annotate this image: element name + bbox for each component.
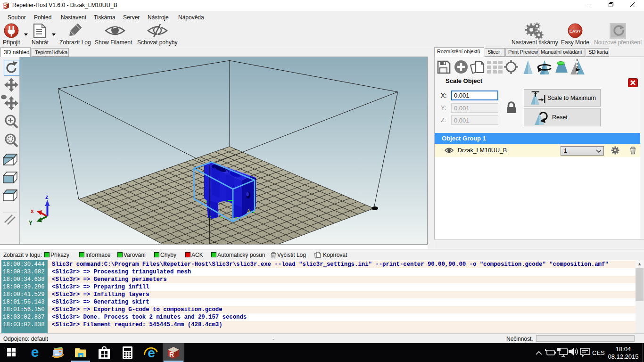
svg-text:08.12.2015: 08.12.2015 xyxy=(608,353,638,360)
svg-text:Y: Y xyxy=(29,220,33,226)
svg-text:R: R xyxy=(3,3,7,9)
svg-text:18:04: 18:04 xyxy=(616,346,631,353)
svg-text:EASY: EASY xyxy=(570,29,581,33)
svg-text:R: R xyxy=(169,351,174,358)
svg-text:CES: CES xyxy=(592,349,605,356)
svg-text:z: z xyxy=(45,193,49,200)
svg-text:e: e xyxy=(31,344,39,360)
svg-text:x: x xyxy=(31,208,34,214)
